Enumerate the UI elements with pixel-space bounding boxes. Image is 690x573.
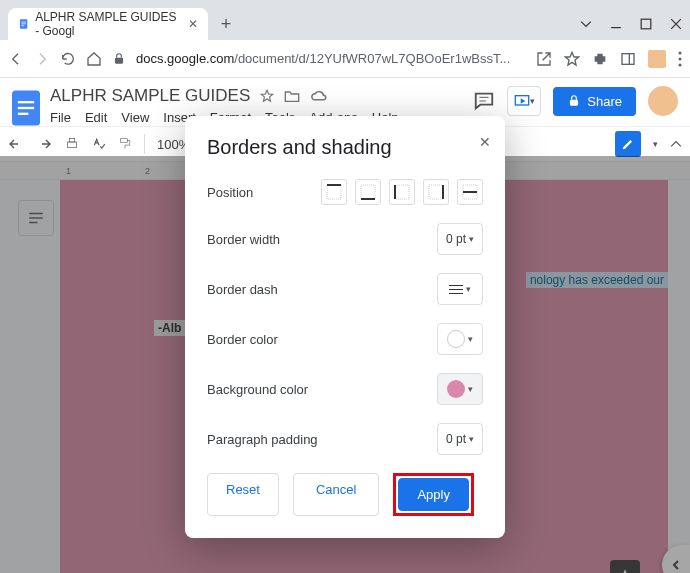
svg-rect-1 — [21, 22, 26, 23]
redo-icon[interactable] — [36, 137, 52, 151]
puzzle-icon[interactable] — [592, 51, 608, 67]
cancel-button[interactable]: Cancel — [293, 473, 379, 516]
label-paragraph-padding: Paragraph padding — [207, 432, 437, 447]
lock-icon — [112, 52, 126, 66]
new-tab-button[interactable]: + — [214, 12, 238, 36]
background-color-dropdown[interactable]: ▾ — [437, 373, 483, 405]
mode-caret-icon[interactable]: ▾ — [653, 139, 658, 149]
back-icon[interactable] — [8, 51, 24, 67]
svg-rect-13 — [18, 101, 34, 103]
svg-rect-14 — [18, 107, 34, 109]
svg-rect-5 — [641, 19, 651, 29]
position-bottom-button[interactable] — [355, 179, 381, 205]
address-bar: docs.google.com/document/d/12YUfWR07wL7Q… — [0, 40, 690, 78]
dash-style-icon — [449, 285, 463, 294]
menu-dots-icon[interactable] — [678, 51, 682, 67]
editing-mode-button[interactable] — [615, 131, 641, 157]
share-button[interactable]: Share — [553, 87, 636, 116]
border-dash-dropdown[interactable]: ▾ — [437, 273, 483, 305]
label-border-dash: Border dash — [207, 282, 437, 297]
star-icon[interactable] — [564, 51, 580, 67]
present-button[interactable]: ▾ — [507, 86, 541, 116]
close-icon[interactable]: ✕ — [479, 134, 491, 150]
paintroller-icon[interactable] — [118, 137, 132, 151]
border-color-dropdown[interactable]: ▾ — [437, 323, 483, 355]
svg-rect-2 — [21, 24, 26, 25]
maximize-icon[interactable] — [640, 18, 652, 30]
undo-icon[interactable] — [8, 137, 24, 151]
forward-icon[interactable] — [34, 51, 50, 67]
position-top-button[interactable] — [321, 179, 347, 205]
comments-icon[interactable] — [473, 90, 495, 112]
dialog-title: Borders and shading — [207, 136, 483, 159]
border-color-swatch — [447, 330, 465, 348]
apply-button[interactable]: Apply — [398, 478, 469, 511]
window-close-icon[interactable] — [670, 18, 682, 30]
spellcheck-icon[interactable] — [92, 137, 106, 151]
svg-point-10 — [679, 57, 682, 60]
svg-rect-19 — [570, 100, 578, 106]
label-border-color: Border color — [207, 332, 437, 347]
share-label: Share — [587, 94, 622, 109]
home-icon[interactable] — [86, 51, 102, 67]
reset-button[interactable]: Reset — [207, 473, 279, 516]
svg-rect-32 — [429, 185, 443, 199]
svg-rect-30 — [395, 185, 409, 199]
lock-icon — [567, 94, 581, 108]
panel-icon[interactable] — [620, 51, 636, 67]
profile-avatar-icon[interactable] — [648, 50, 666, 68]
apply-highlight: Apply — [393, 473, 474, 516]
position-right-button[interactable] — [423, 179, 449, 205]
docs-logo-icon[interactable] — [12, 90, 40, 126]
svg-rect-7 — [622, 53, 634, 64]
chevron-down-icon[interactable] — [580, 18, 592, 30]
menu-file[interactable]: File — [50, 110, 71, 125]
print-icon[interactable] — [64, 137, 80, 151]
borders-shading-dialog: Borders and shading ✕ Position Border wi… — [185, 116, 505, 538]
position-left-button[interactable] — [389, 179, 415, 205]
svg-rect-15 — [18, 113, 29, 115]
tab-title: ALPHR SAMPLE GUIDES - Googl — [35, 10, 182, 38]
browser-tab[interactable]: ALPHR SAMPLE GUIDES - Googl ✕ — [8, 8, 208, 40]
share-url-icon[interactable] — [536, 51, 552, 67]
position-between-button[interactable] — [457, 179, 483, 205]
svg-rect-3 — [21, 25, 24, 26]
background-color-swatch — [447, 380, 465, 398]
svg-point-9 — [679, 51, 682, 54]
browser-titlebar: ALPHR SAMPLE GUIDES - Googl ✕ + — [0, 0, 690, 40]
svg-rect-20 — [67, 142, 76, 147]
docs-favicon-icon — [18, 17, 29, 31]
svg-rect-6 — [115, 57, 123, 63]
svg-rect-28 — [361, 185, 375, 199]
svg-rect-26 — [327, 185, 341, 199]
label-position: Position — [207, 185, 321, 200]
url-text[interactable]: docs.google.com/document/d/12YUfWR07wL7Q… — [136, 51, 526, 66]
label-background-color: Background color — [207, 382, 437, 397]
menu-view[interactable]: View — [121, 110, 149, 125]
tab-close-icon[interactable]: ✕ — [188, 17, 198, 31]
account-avatar[interactable] — [648, 86, 678, 116]
move-icon[interactable] — [284, 89, 300, 103]
minimize-icon[interactable] — [610, 18, 622, 30]
border-width-dropdown[interactable]: 0 pt▾ — [437, 223, 483, 255]
menu-edit[interactable]: Edit — [85, 110, 107, 125]
chevron-up-icon[interactable] — [670, 138, 682, 150]
document-title[interactable]: ALPHR SAMPLE GUIDES — [50, 86, 250, 106]
svg-rect-22 — [120, 139, 127, 143]
reload-icon[interactable] — [60, 51, 76, 67]
paragraph-padding-dropdown[interactable]: 0 pt▾ — [437, 423, 483, 455]
label-border-width: Border width — [207, 232, 437, 247]
star-doc-icon[interactable] — [260, 89, 274, 103]
cloud-icon[interactable] — [310, 89, 328, 103]
svg-rect-21 — [69, 139, 74, 142]
svg-point-11 — [679, 63, 682, 66]
